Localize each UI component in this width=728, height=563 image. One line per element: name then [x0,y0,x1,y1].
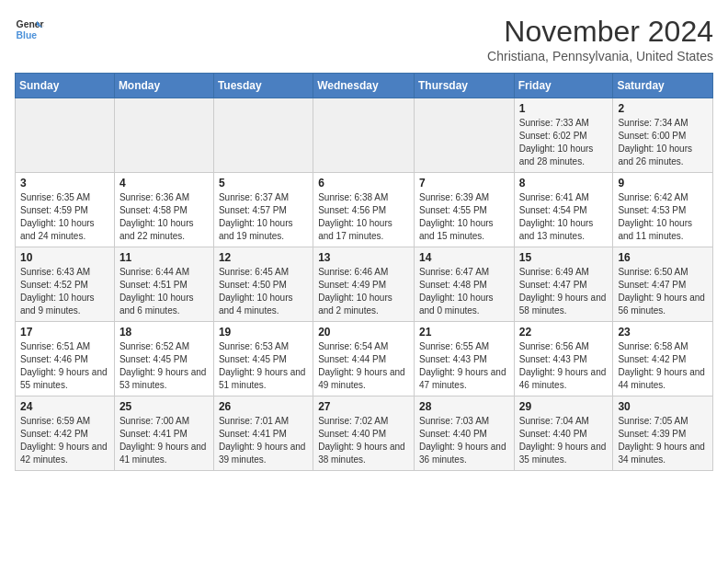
day-cell: 4Sunrise: 6:36 AM Sunset: 4:58 PM Daylig… [114,173,213,247]
week-row-5: 24Sunrise: 6:59 AM Sunset: 4:42 PM Dayli… [16,396,713,471]
calendar-table: SundayMondayTuesdayWednesdayThursdayFrid… [15,73,713,471]
day-info: Sunrise: 6:51 AM Sunset: 4:46 PM Dayligh… [20,340,109,392]
day-cell: 19Sunrise: 6:53 AM Sunset: 4:45 PM Dayli… [213,322,313,396]
day-cell: 25Sunrise: 7:00 AM Sunset: 4:41 PM Dayli… [114,396,213,471]
day-cell: 20Sunrise: 6:54 AM Sunset: 4:44 PM Dayli… [313,322,415,396]
day-info: Sunrise: 7:01 AM Sunset: 4:41 PM Dayligh… [219,415,308,466]
day-info: Sunrise: 6:44 AM Sunset: 4:51 PM Dayligh… [119,266,209,317]
day-cell: 23Sunrise: 6:58 AM Sunset: 4:42 PM Dayli… [613,322,713,396]
header-cell-sunday: Sunday [16,74,115,98]
day-cell [213,98,313,173]
day-cell: 14Sunrise: 6:47 AM Sunset: 4:48 PM Dayli… [414,247,514,322]
day-number: 24 [20,400,109,413]
day-info: Sunrise: 7:03 AM Sunset: 4:40 PM Dayligh… [419,415,509,466]
day-info: Sunrise: 6:52 AM Sunset: 4:45 PM Dayligh… [119,340,209,392]
title-block: November 2024 Christiana, Pennsylvania, … [487,15,713,63]
header-cell-monday: Monday [114,74,213,98]
day-info: Sunrise: 6:39 AM Sunset: 4:55 PM Dayligh… [419,191,509,243]
calendar-header: SundayMondayTuesdayWednesdayThursdayFrid… [16,74,713,98]
logo-icon: General Blue [15,15,44,44]
day-info: Sunrise: 7:02 AM Sunset: 4:40 PM Dayligh… [318,415,409,466]
day-info: Sunrise: 6:50 AM Sunset: 4:47 PM Dayligh… [618,266,708,317]
logo: General Blue [15,15,44,44]
day-info: Sunrise: 6:36 AM Sunset: 4:58 PM Dayligh… [119,191,209,243]
day-info: Sunrise: 7:05 AM Sunset: 4:39 PM Dayligh… [618,415,708,466]
day-cell: 11Sunrise: 6:44 AM Sunset: 4:51 PM Dayli… [114,247,213,322]
day-info: Sunrise: 7:33 AM Sunset: 6:02 PM Dayligh… [519,117,609,168]
day-number: 9 [618,177,708,190]
day-number: 29 [519,400,609,413]
day-number: 7 [419,177,509,190]
week-row-3: 10Sunrise: 6:43 AM Sunset: 4:52 PM Dayli… [16,247,713,322]
day-info: Sunrise: 6:55 AM Sunset: 4:43 PM Dayligh… [419,340,509,392]
day-cell [16,98,115,173]
day-number: 20 [318,326,409,339]
day-cell: 3Sunrise: 6:35 AM Sunset: 4:59 PM Daylig… [16,173,115,247]
day-cell: 1Sunrise: 7:33 AM Sunset: 6:02 PM Daylig… [514,98,613,173]
day-info: Sunrise: 6:41 AM Sunset: 4:54 PM Dayligh… [519,191,609,243]
week-row-2: 3Sunrise: 6:35 AM Sunset: 4:59 PM Daylig… [16,173,713,247]
day-info: Sunrise: 6:38 AM Sunset: 4:56 PM Dayligh… [318,191,409,243]
header-cell-friday: Friday [514,74,613,98]
day-info: Sunrise: 6:58 AM Sunset: 4:42 PM Dayligh… [618,340,708,392]
day-info: Sunrise: 6:53 AM Sunset: 4:45 PM Dayligh… [219,340,308,392]
day-info: Sunrise: 7:00 AM Sunset: 4:41 PM Dayligh… [119,415,209,466]
day-cell: 18Sunrise: 6:52 AM Sunset: 4:45 PM Dayli… [114,322,213,396]
calendar-body: 1Sunrise: 7:33 AM Sunset: 6:02 PM Daylig… [16,98,713,471]
header-cell-thursday: Thursday [414,74,514,98]
day-cell: 6Sunrise: 6:38 AM Sunset: 4:56 PM Daylig… [313,173,415,247]
svg-text:Blue: Blue [17,30,38,40]
day-number: 11 [119,251,209,264]
day-number: 17 [20,326,109,339]
day-number: 3 [20,177,109,190]
header-cell-wednesday: Wednesday [313,74,415,98]
day-cell: 27Sunrise: 7:02 AM Sunset: 4:40 PM Dayli… [313,396,415,471]
day-number: 22 [519,326,609,339]
page-header: General Blue November 2024 Christiana, P… [15,15,713,63]
day-cell: 26Sunrise: 7:01 AM Sunset: 4:41 PM Dayli… [213,396,313,471]
day-cell: 21Sunrise: 6:55 AM Sunset: 4:43 PM Dayli… [414,322,514,396]
day-number: 5 [219,177,308,190]
day-info: Sunrise: 6:42 AM Sunset: 4:53 PM Dayligh… [618,191,708,243]
day-cell: 5Sunrise: 6:37 AM Sunset: 4:57 PM Daylig… [213,173,313,247]
page-title: November 2024 [487,15,713,49]
day-cell: 29Sunrise: 7:04 AM Sunset: 4:40 PM Dayli… [514,396,613,471]
day-number: 10 [20,251,109,264]
day-cell: 7Sunrise: 6:39 AM Sunset: 4:55 PM Daylig… [414,173,514,247]
day-cell: 9Sunrise: 6:42 AM Sunset: 4:53 PM Daylig… [613,173,713,247]
day-info: Sunrise: 6:35 AM Sunset: 4:59 PM Dayligh… [20,191,109,243]
day-info: Sunrise: 6:45 AM Sunset: 4:50 PM Dayligh… [219,266,308,317]
day-cell: 10Sunrise: 6:43 AM Sunset: 4:52 PM Dayli… [16,247,115,322]
day-info: Sunrise: 6:43 AM Sunset: 4:52 PM Dayligh… [20,266,109,317]
week-row-1: 1Sunrise: 7:33 AM Sunset: 6:02 PM Daylig… [16,98,713,173]
day-cell: 13Sunrise: 6:46 AM Sunset: 4:49 PM Dayli… [313,247,415,322]
day-number: 30 [618,400,708,413]
day-cell: 16Sunrise: 6:50 AM Sunset: 4:47 PM Dayli… [613,247,713,322]
day-number: 8 [519,177,609,190]
day-number: 1 [519,102,609,115]
day-info: Sunrise: 6:47 AM Sunset: 4:48 PM Dayligh… [419,266,509,317]
day-number: 6 [318,177,409,190]
day-number: 23 [618,326,708,339]
header-row: SundayMondayTuesdayWednesdayThursdayFrid… [16,74,713,98]
day-cell: 30Sunrise: 7:05 AM Sunset: 4:39 PM Dayli… [613,396,713,471]
day-number: 2 [618,102,708,115]
day-cell [313,98,415,173]
day-cell: 8Sunrise: 6:41 AM Sunset: 4:54 PM Daylig… [514,173,613,247]
day-number: 25 [119,400,209,413]
day-number: 16 [618,251,708,264]
week-row-4: 17Sunrise: 6:51 AM Sunset: 4:46 PM Dayli… [16,322,713,396]
header-cell-tuesday: Tuesday [213,74,313,98]
day-info: Sunrise: 6:37 AM Sunset: 4:57 PM Dayligh… [219,191,308,243]
day-info: Sunrise: 6:59 AM Sunset: 4:42 PM Dayligh… [20,415,109,466]
day-cell: 2Sunrise: 7:34 AM Sunset: 6:00 PM Daylig… [613,98,713,173]
day-number: 19 [219,326,308,339]
day-info: Sunrise: 6:54 AM Sunset: 4:44 PM Dayligh… [318,340,409,392]
day-number: 28 [419,400,509,413]
day-cell: 15Sunrise: 6:49 AM Sunset: 4:47 PM Dayli… [514,247,613,322]
day-number: 26 [219,400,308,413]
day-cell: 28Sunrise: 7:03 AM Sunset: 4:40 PM Dayli… [414,396,514,471]
day-info: Sunrise: 7:04 AM Sunset: 4:40 PM Dayligh… [519,415,609,466]
day-number: 12 [219,251,308,264]
day-info: Sunrise: 6:46 AM Sunset: 4:49 PM Dayligh… [318,266,409,317]
